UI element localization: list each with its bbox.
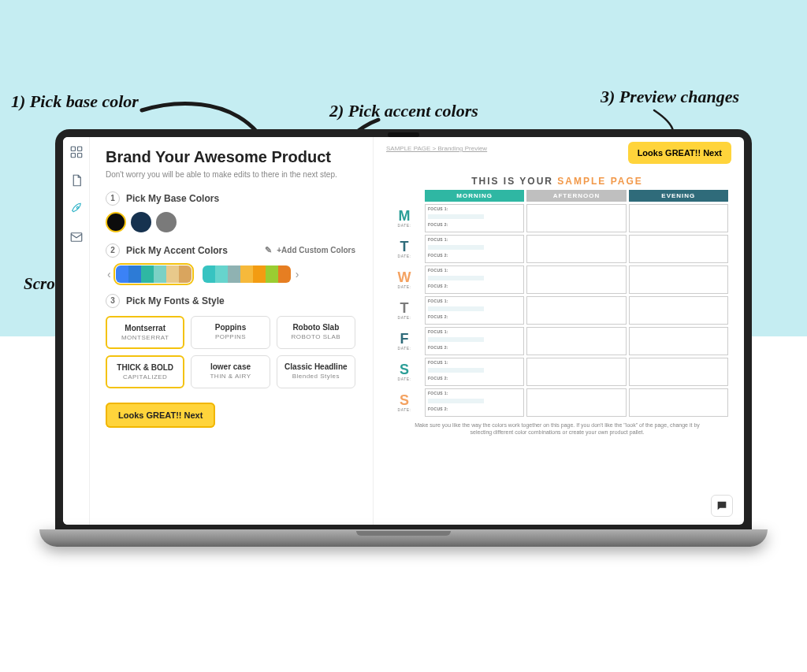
step-number-3: 3 [106,294,120,308]
preview-col-header: AFTERNOON [526,190,626,202]
accent-chip [228,265,240,283]
focus-cell: FOCUS 1:FOCUS 2: [425,358,524,386]
focus-cell [629,388,728,417]
accent-chip [240,265,253,283]
weekday-row: TDATE:FOCUS 1:FOCUS 2: [386,296,728,325]
add-custom-colors[interactable]: +Add Custom Colors [277,246,355,254]
accent-chip [253,265,266,283]
base-color-swatch[interactable] [156,212,177,232]
next-button[interactable]: Looks GREAT!! Next [106,403,215,428]
focus-cell: FOCUS 1:FOCUS 2: [425,327,524,355]
focus-cell [526,265,626,294]
step-number-2: 2 [106,243,120,258]
focus-cell [526,235,626,263]
svg-rect-10 [71,233,82,242]
page-title: Brand Your Awesome Product [106,148,355,166]
weekday-row: MDATE:FOCUS 1:FOCUS 2: [386,204,728,232]
preview-title: THIS IS YOUR SAMPLE PAGE [386,176,728,187]
focus-cell [629,327,728,355]
step-number-1: 1 [106,191,120,206]
app-screen: Brand Your Awesome Product Don't worry y… [63,137,744,525]
accent-palette-1[interactable] [116,265,192,283]
rocket-icon[interactable] [69,202,84,216]
sidebar [63,137,90,525]
weekday-row: TDATE:FOCUS 1:FOCUS 2: [386,235,728,263]
accent-palette-2[interactable] [203,265,291,283]
step-label-2: Pick My Accent Colors [126,245,228,256]
font-card[interactable]: PoppinsPOPPINS [191,316,270,349]
svg-point-9 [76,206,78,208]
preview-disclaimer: Make sure you like the way the colors wo… [386,421,728,436]
laptop-mockup: Brand Your Awesome Product Don't worry y… [55,129,752,547]
font-card[interactable]: MontserratMONTSERRAT [106,316,184,349]
focus-cell: FOCUS 1:FOCUS 2: [425,235,524,263]
svg-rect-5 [71,147,75,150]
next-button-top[interactable]: Looks GREAT!! Next [628,142,731,164]
page-subtitle: Don't worry you will be able to make edi… [106,169,355,180]
focus-cell [526,358,626,386]
base-color-swatch[interactable] [106,212,126,232]
style-card[interactable]: lower caseTHIN & AIRY [191,355,270,388]
weekday-row: SDATE:FOCUS 1:FOCUS 2: [386,358,728,386]
focus-cell [629,296,728,325]
focus-cell [629,265,728,294]
focus-cell [526,296,626,325]
focus-cell: FOCUS 1:FOCUS 2: [425,204,524,232]
chat-icon[interactable] [711,495,733,517]
focus-cell [526,388,626,417]
weekday-row: SDATE:FOCUS 1:FOCUS 2: [386,388,728,417]
svg-rect-7 [71,154,75,158]
style-card[interactable]: Classic HeadlineBlended Styles [277,355,355,388]
scroll-right-button[interactable]: › [294,268,301,280]
scroll-left-button[interactable]: ‹ [106,268,113,280]
focus-cell [629,235,728,263]
section-fonts-style: 3 Pick My Fonts & Style MontserratMONTSE… [106,294,355,388]
focus-cell: FOCUS 1:FOCUS 2: [425,296,524,325]
accent-chip [141,265,154,283]
svg-rect-8 [77,154,81,158]
step-label-3: Pick My Fonts & Style [126,295,225,306]
step-label-1: Pick My Base Colors [126,193,219,204]
focus-cell [526,204,626,232]
section-accent-colors: 2 Pick My Accent Colors ✎ +Add Custom Co… [106,243,355,283]
weekday-row: WDATE:FOCUS 1:FOCUS 2: [386,265,728,294]
base-color-swatch[interactable] [131,212,151,232]
weekday-row: FDATE:FOCUS 1:FOCUS 2: [386,327,728,355]
mail-icon[interactable] [69,230,84,244]
focus-cell [526,327,626,355]
accent-chip [128,265,141,283]
focus-cell [629,358,728,386]
accent-chip [166,265,179,283]
accent-chip [179,265,192,283]
accent-chip [203,265,215,283]
svg-rect-6 [77,147,81,150]
style-card[interactable]: THICK & BOLDCAPITALIZED [106,355,184,388]
accent-chip [278,265,291,283]
document-icon[interactable] [69,173,84,187]
accent-chip [266,265,278,283]
accent-chip [116,265,128,283]
apps-icon[interactable] [69,145,84,159]
brand-settings-panel: Brand Your Awesome Product Don't worry y… [90,137,374,525]
preview-col-header: EVENING [629,190,728,202]
preview-col-header: MORNING [425,190,524,202]
preview-panel: Looks GREAT!! Next SAMPLE PAGE > Brandin… [374,137,744,525]
font-card[interactable]: Roboto SlabROBOTO SLAB [277,316,355,349]
focus-cell: FOCUS 1:FOCUS 2: [425,265,524,294]
focus-cell [629,204,728,232]
section-base-colors: 1 Pick My Base Colors [106,191,355,232]
accent-chip [154,265,166,283]
accent-chip [215,265,228,283]
eyedropper-icon[interactable]: ✎ [265,245,272,255]
focus-cell: FOCUS 1:FOCUS 2: [425,388,524,417]
